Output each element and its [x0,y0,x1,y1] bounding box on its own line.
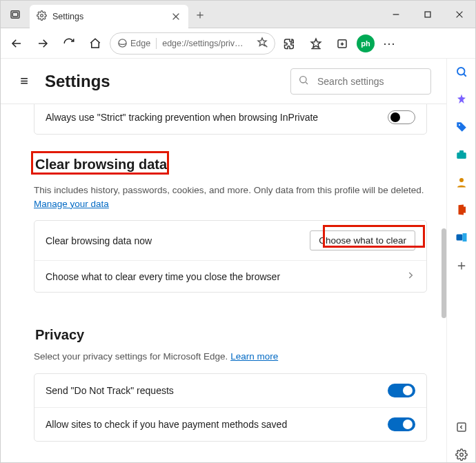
strict-tracking-toggle[interactable] [388,110,415,124]
site-identity-label: Edge [130,39,150,48]
browser-toolbar: Edge edge://settings/priv… ph ⋯ [1,28,475,59]
search-settings-input[interactable] [316,75,439,88]
sidebar-shopping-tag-icon[interactable] [454,119,469,135]
dnt-row[interactable]: Send "Do Not Track" requests [34,374,426,407]
svg-point-21 [457,68,465,75]
edge-sidebar: ＋ [446,59,475,462]
scrollbar-thumb[interactable] [442,228,446,318]
svg-point-31 [459,453,463,457]
svg-rect-28 [456,235,462,241]
menu-icon[interactable]: ≡ [16,73,32,89]
svg-rect-24 [457,152,466,159]
svg-rect-25 [459,150,464,153]
window-close-icon[interactable] [444,1,475,28]
settings-scroll-area[interactable]: Always use "Strict" tracking prevention … [1,104,446,462]
favorites-icon[interactable] [304,32,328,55]
annotation-highlight-button [323,225,425,248]
svg-rect-29 [462,233,466,242]
sidebar-add-icon[interactable]: ＋ [454,257,469,273]
payment-check-row[interactable]: Allow sites to check if you have payment… [34,407,426,441]
svg-rect-6 [425,12,430,17]
svg-line-22 [464,74,466,77]
sidebar-settings-gear-icon[interactable] [454,447,469,462]
privacy-desc: Select your privacy settings for Microso… [34,350,441,364]
chevron-right-icon [406,270,415,282]
refresh-button[interactable] [57,32,81,55]
forward-button[interactable] [31,32,54,55]
manage-your-data-link[interactable]: Manage your data [34,199,109,209]
svg-point-26 [459,178,464,182]
url-text: edge://settings/priv… [162,39,251,48]
annotation-highlight-heading [31,151,169,175]
svg-point-23 [458,124,459,126]
extensions-icon[interactable] [278,32,301,55]
search-settings-box[interactable] [290,68,431,95]
svg-point-2 [41,14,43,17]
svg-point-11 [119,39,126,47]
privacy-heading: Privacy [34,324,441,346]
sidebar-discover-icon[interactable] [454,92,469,107]
home-button[interactable] [83,32,107,55]
tab-actions-icon[interactable] [1,1,30,28]
site-identity-icon: Edge [117,38,150,48]
choose-on-close-label: Choose what to clear every time you clos… [46,271,397,282]
back-button[interactable] [5,32,28,55]
clear-browsing-desc-text: This includes history, passwords, cookie… [34,185,424,195]
sidebar-office-icon[interactable] [454,202,469,217]
addr-divider [156,38,157,49]
sidebar-tools-icon[interactable] [454,147,469,162]
svg-marker-12 [258,38,266,46]
payment-check-label: Allow sites to check if you have payment… [46,419,379,430]
collections-icon[interactable] [330,32,354,55]
more-menu-icon[interactable]: ⋯ [377,32,401,55]
svg-point-19 [300,77,306,83]
strict-tracking-row[interactable]: Always use "Strict" tracking prevention … [34,104,426,134]
settings-page: ≡ Settings Always use "Strict" tracking … [1,59,446,462]
privacy-desc-text: Select your privacy settings for Microso… [34,351,230,362]
sidebar-search-icon[interactable] [454,64,469,79]
svg-marker-14 [311,39,321,48]
clear-browsing-desc: This includes history, passwords, cookie… [34,184,441,210]
gear-icon [37,10,47,23]
svg-line-20 [306,82,308,84]
choose-on-close-row[interactable]: Choose what to clear every time you clos… [34,260,426,292]
browser-tab[interactable]: Settings [30,5,188,28]
sidebar-games-icon[interactable] [454,175,469,190]
page-title: Settings [45,72,110,91]
favorite-star-icon[interactable] [257,37,268,50]
learn-more-link[interactable]: Learn more [230,351,278,362]
svg-rect-1 [12,12,18,17]
address-bar[interactable]: Edge edge://settings/priv… [110,32,275,55]
payment-check-toggle[interactable] [388,417,415,431]
tab-title: Settings [52,12,165,21]
window-maximize-icon[interactable] [412,1,444,28]
clear-now-label: Clear browsing data now [46,235,301,246]
svg-rect-30 [457,423,466,431]
sidebar-outlook-icon[interactable] [454,230,469,245]
dnt-toggle[interactable] [388,384,415,397]
profile-avatar[interactable]: ph [357,35,375,52]
settings-header: ≡ Settings [1,59,446,104]
dnt-label: Send "Do Not Track" requests [46,385,379,396]
new-tab-button[interactable]: ＋ [188,1,212,28]
window-titlebar: Settings ＋ [1,1,475,28]
sidebar-collapse-icon[interactable] [454,420,469,435]
svg-rect-27 [464,207,466,213]
strict-tracking-label: Always use "Strict" tracking prevention … [46,112,379,123]
search-icon [298,75,309,88]
window-minimize-icon[interactable] [380,1,412,28]
tab-close-icon[interactable] [170,11,181,22]
